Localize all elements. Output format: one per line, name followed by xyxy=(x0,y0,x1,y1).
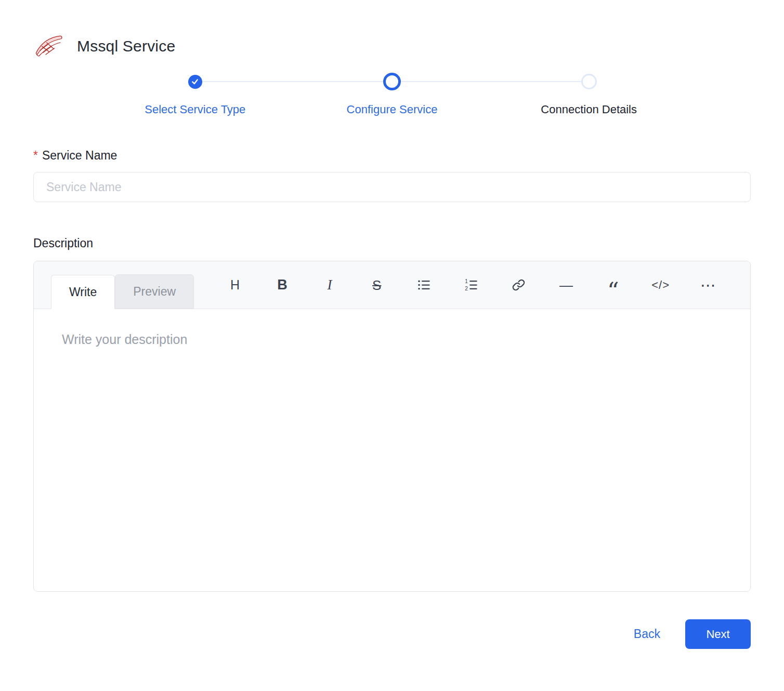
service-name-field-group: *Service Name xyxy=(33,149,751,202)
service-name-label-text: Service Name xyxy=(42,149,117,162)
footer-actions: Back Next xyxy=(33,619,751,649)
step-configure-service[interactable]: Configure Service xyxy=(294,73,491,116)
step-label-connection-details[interactable]: Connection Details xyxy=(541,103,637,116)
editor-body xyxy=(34,309,750,591)
more-options-icon[interactable]: ⋯ xyxy=(699,275,717,296)
code-icon[interactable]: </> xyxy=(651,275,670,296)
heading-icon[interactable]: H xyxy=(226,275,244,296)
ordered-list-icon[interactable]: 1 2 xyxy=(463,275,480,296)
horizontal-rule-icon[interactable]: — xyxy=(557,275,574,296)
tab-write[interactable]: Write xyxy=(51,275,115,309)
editor-header: Write Preview H B I S xyxy=(34,261,750,309)
step-connection-details[interactable]: Connection Details xyxy=(490,73,687,116)
step-label-configure-service[interactable]: Configure Service xyxy=(347,103,438,116)
editor-toolbar: H B I S xyxy=(194,261,750,309)
required-asterisk: * xyxy=(33,149,38,162)
bold-icon[interactable]: B xyxy=(273,275,291,296)
step-pending-dot[interactable] xyxy=(581,74,597,89)
svg-text:2: 2 xyxy=(465,286,468,291)
step-active-dot[interactable] xyxy=(383,73,401,90)
svg-text:1: 1 xyxy=(465,278,468,284)
tab-preview[interactable]: Preview xyxy=(115,274,194,309)
wizard-stepper: Select Service Type Configure Service Co… xyxy=(97,73,687,116)
italic-icon[interactable]: I xyxy=(321,275,338,296)
description-textarea[interactable] xyxy=(34,309,750,591)
next-button[interactable]: Next xyxy=(685,619,751,649)
page-title: Mssql Service xyxy=(77,37,175,55)
step-label-select-service-type[interactable]: Select Service Type xyxy=(145,103,245,116)
step-completed-dot[interactable] xyxy=(188,75,202,89)
markdown-editor: Write Preview H B I S xyxy=(33,261,751,592)
configure-service-page: Mssql Service Select Service Type xyxy=(0,0,784,649)
link-icon[interactable] xyxy=(510,275,528,296)
quote-icon[interactable]: “ xyxy=(604,275,622,296)
service-name-input[interactable] xyxy=(33,172,751,202)
mssql-logo-icon xyxy=(33,31,63,61)
back-button[interactable]: Back xyxy=(634,627,660,641)
description-field-group: Description Write Preview H B I S xyxy=(33,236,751,592)
check-icon xyxy=(191,78,199,85)
strikethrough-icon[interactable]: S xyxy=(368,275,386,296)
page-header: Mssql Service xyxy=(33,31,751,61)
description-label: Description xyxy=(33,236,751,250)
unordered-list-icon[interactable] xyxy=(415,275,433,296)
step-select-service-type[interactable]: Select Service Type xyxy=(97,73,294,116)
service-name-label: *Service Name xyxy=(33,149,751,163)
editor-tabs: Write Preview xyxy=(51,261,194,309)
